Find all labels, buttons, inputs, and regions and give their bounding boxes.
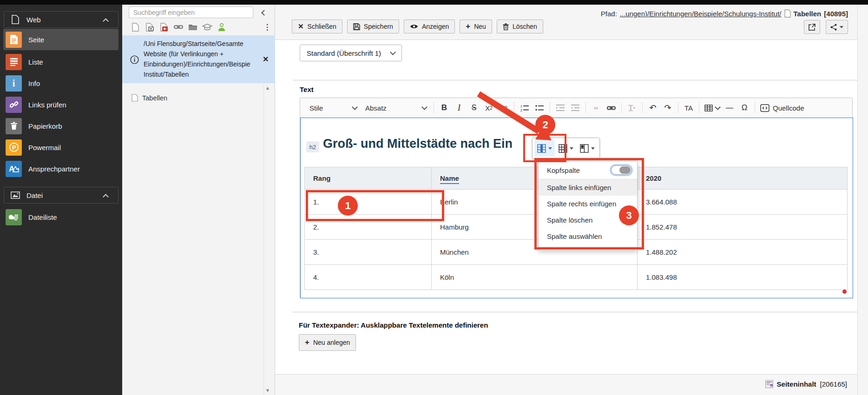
page-shortcut-icon[interactable] — [144, 21, 155, 33]
sidebar-item-label: Powermail — [28, 144, 61, 151]
new-page-icon[interactable] — [130, 21, 141, 33]
save-button[interactable]: Speichern — [347, 20, 399, 33]
header-column-toggle-row: Kopfspalte — [539, 161, 637, 179]
selected-path-line: Einbindungen)/Einrichtungen/Beispie — [144, 59, 270, 69]
subscript-button[interactable]: X2 — [482, 101, 496, 114]
sidebar-item-powermail[interactable]: P Powermail — [3, 137, 118, 158]
sidebar-item-seite[interactable]: Seite — [3, 29, 118, 50]
scroll-up-arrow[interactable]: ▲ — [264, 85, 271, 91]
italic-button[interactable]: I — [452, 101, 466, 114]
cell[interactable]: 2. — [305, 215, 432, 240]
scroll-gutter[interactable] — [857, 5, 868, 395]
share-button[interactable] — [826, 20, 848, 34]
delete-button[interactable]: Löschen — [497, 20, 543, 33]
blockquote-button[interactable]: “ — [589, 101, 603, 114]
paragraph-format-dropdown[interactable]: Absatz — [362, 101, 430, 114]
doc-header: Pfad: ...ungen)/Einrichtungen/Beispiele/… — [275, 5, 857, 40]
numbered-list-button[interactable]: 12 — [518, 101, 532, 114]
kopfspalte-toggle[interactable] — [611, 165, 631, 175]
cell[interactable]: 3. — [305, 240, 432, 265]
scroll-down-arrow[interactable]: ▼ — [264, 388, 271, 393]
horizontal-line-button[interactable]: — — [723, 101, 736, 114]
table-resize-handle[interactable] — [842, 290, 847, 294]
share-icon — [830, 24, 837, 31]
sidebar-group-datei[interactable]: Datei — [4, 187, 118, 204]
special-character-button[interactable]: Ω — [737, 101, 751, 114]
cell[interactable]: 4. — [305, 265, 432, 290]
strikethrough-button[interactable]: S — [467, 101, 481, 114]
section-divider — [293, 312, 857, 312]
sidebar-group-web[interactable]: Web — [4, 11, 118, 28]
sidebar-item-dateiliste[interactable]: Dateiliste — [3, 206, 118, 228]
content-type-select[interactable]: Standard (Überschrift 1) — [300, 45, 402, 61]
cell[interactable]: 1.852.478 — [638, 215, 848, 240]
cell[interactable]: 1. — [305, 190, 432, 215]
chevron-down-icon — [421, 104, 427, 110]
editor-heading[interactable]: Groß- und Mittelstädte nach Ein — [323, 137, 513, 151]
svg-text:P: P — [12, 145, 16, 151]
toolbar-separator — [550, 102, 550, 113]
col-header-2020[interactable]: 2020 — [638, 167, 848, 190]
user-icon[interactable] — [216, 21, 227, 33]
styles-dropdown[interactable]: Stile — [306, 101, 361, 114]
outdent-button[interactable] — [568, 101, 582, 114]
file-module-icon — [11, 191, 20, 200]
scrollbar-track[interactable] — [263, 83, 264, 395]
svg-text:2: 2 — [520, 109, 522, 112]
insert-table-button[interactable] — [703, 101, 722, 114]
sidebar-item-links-pruefen[interactable]: Links prüfen — [3, 94, 118, 115]
insert-link-button[interactable] — [604, 101, 618, 114]
sidebar-item-papierkorb[interactable]: Papierkorb — [3, 115, 118, 137]
create-new-button[interactable]: + Neu anlegen — [299, 334, 356, 351]
indent-button[interactable] — [553, 101, 567, 114]
sidebar-item-label: Info — [28, 79, 40, 87]
undo-button[interactable]: ↶ — [646, 101, 660, 114]
link-icon[interactable] — [173, 21, 184, 33]
view-button[interactable]: Anzeigen — [404, 20, 455, 33]
open-in-new-window-button[interactable] — [804, 20, 820, 34]
selected-path-line: Institut/Tabellen — [144, 69, 270, 79]
search-input[interactable] — [129, 7, 253, 18]
bold-button[interactable]: B — [437, 101, 451, 114]
new-button[interactable]: + Neu — [460, 20, 492, 33]
styles-label: Stile — [309, 104, 323, 112]
cell[interactable]: 1.083.498 — [638, 265, 848, 290]
link-check-icon — [6, 97, 22, 113]
record-type-uid: [206165] — [820, 380, 847, 388]
superscript-button[interactable]: X2 — [497, 101, 511, 114]
sidebar-item-liste[interactable]: Liste — [3, 51, 118, 72]
source-code-button[interactable]: Quellcode — [758, 101, 806, 114]
merge-cell-options-button[interactable] — [577, 140, 598, 157]
record-type-label: Seiteninhalt — [777, 380, 816, 388]
graduation-cap-icon[interactable] — [202, 21, 213, 33]
cell[interactable]: 3.664.088 — [638, 190, 848, 215]
menu-item-delete-column[interactable]: Spalte löschen — [539, 212, 637, 228]
col-header-rang[interactable]: Rang — [305, 167, 432, 190]
save-icon — [353, 23, 360, 30]
module-menu: Web Seite Liste i Info Links prüfen Papi… — [0, 0, 122, 395]
row-options-button[interactable] — [556, 140, 576, 157]
remove-format-button[interactable]: T× — [625, 101, 639, 114]
path-link[interactable]: ...ungen)/Einrichtungen/Beispiele/Schulu… — [620, 10, 782, 18]
pagetree-more-menu-icon[interactable]: ⋮ — [263, 21, 271, 33]
collapse-pagetree-button[interactable] — [258, 7, 270, 18]
info-icon: i — [6, 75, 22, 92]
redo-button[interactable]: ↷ — [661, 101, 675, 114]
column-options-button[interactable] — [534, 140, 555, 157]
folder-icon[interactable] — [187, 21, 198, 33]
menu-item-insert-column-right[interactable]: Spalte rechts einfügen — [539, 196, 637, 212]
close-icon[interactable]: ✕ — [263, 56, 269, 63]
bullet-list-button[interactable] — [533, 101, 546, 114]
page-mountpoint-icon[interactable] — [158, 21, 170, 33]
menu-item-insert-column-left[interactable]: Spalte links einfügen — [539, 179, 637, 196]
close-button[interactable]: ✕ Schließen — [292, 20, 342, 33]
cell[interactable]: 1.488.202 — [638, 240, 848, 265]
sidebar-item-ansprechpartner[interactable]: A Ansprechpartner — [3, 158, 118, 179]
save-label: Speichern — [364, 23, 393, 30]
cell[interactable]: Köln — [432, 265, 638, 290]
tree-node-tabellen[interactable]: Tabellen — [132, 94, 167, 102]
sidebar-item-info[interactable]: i Info — [3, 72, 118, 94]
menu-item-select-column[interactable]: Spalte auswählen — [539, 228, 637, 244]
chevron-down-icon — [591, 147, 595, 150]
abbreviation-button[interactable]: TA — [682, 101, 696, 114]
